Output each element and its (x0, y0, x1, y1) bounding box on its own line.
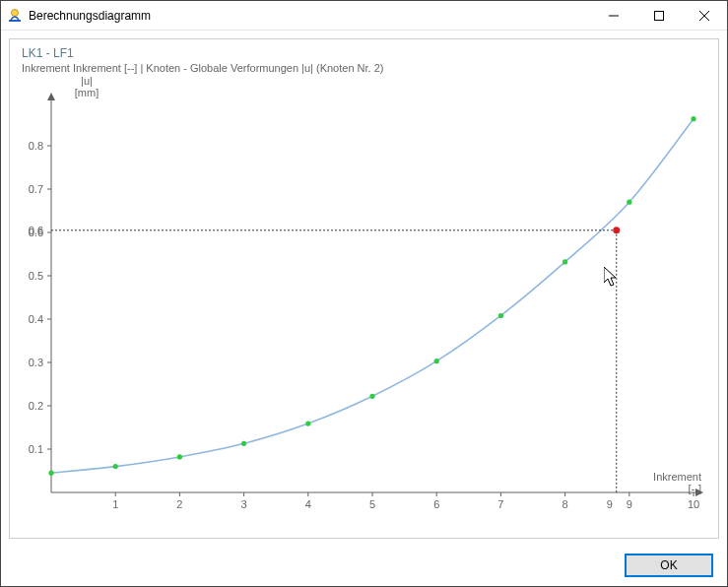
app-icon (7, 8, 23, 24)
minimize-icon (609, 11, 619, 21)
data-point (691, 116, 695, 121)
dialog-footer: OK (1, 545, 727, 586)
y-tick-label: 0.8 (29, 140, 43, 152)
x-tick-label: 2 (176, 498, 182, 510)
x-tick-label: 4 (305, 498, 311, 510)
ok-button[interactable]: OK (625, 554, 713, 577)
x-tick-label: 1 (112, 498, 118, 510)
data-point (627, 200, 631, 205)
close-icon (699, 11, 709, 21)
data-point (48, 471, 53, 476)
window-title: Berechnungsdiagramm (29, 9, 591, 23)
y-tick-label: 0.2 (29, 400, 43, 412)
y-axis-unit: [mm] (75, 87, 99, 98)
y-tick-label: 0.5 (29, 270, 43, 282)
svg-rect-3 (655, 11, 664, 20)
y-tick-label: 0.7 (29, 183, 43, 195)
data-point (498, 313, 503, 318)
y-tick-label: 0.4 (29, 313, 43, 325)
data-point (563, 259, 567, 264)
data-point (241, 441, 246, 446)
calculation-chart[interactable]: LK1 - LF1Inkrement Inkrement [--] | Knot… (10, 39, 718, 538)
y-axis-label: |u| (81, 75, 93, 87)
chart-panel: LK1 - LF1Inkrement Inkrement [--] | Knot… (9, 38, 719, 539)
svg-rect-1 (9, 20, 21, 22)
data-point (305, 421, 310, 425)
x-tick-label: 9 (627, 498, 632, 510)
window-frame: Berechnungsdiagramm LK1 - LF1Inkrement I… (0, 0, 728, 587)
marker-y-label: 0.6 (29, 225, 43, 236)
data-point (434, 359, 439, 363)
x-axis-label: Inkrement (653, 471, 701, 483)
titlebar: Berechnungsdiagramm (1, 1, 727, 31)
svg-point-0 (12, 9, 19, 16)
x-tick-label: 6 (433, 498, 439, 510)
close-button[interactable] (682, 1, 727, 30)
x-tick-label: 10 (688, 498, 699, 510)
x-tick-label: 7 (497, 498, 503, 510)
marker-x-label: 9 (607, 498, 613, 510)
y-tick-label: 0.1 (29, 443, 43, 455)
marker-point (613, 227, 620, 233)
minimize-button[interactable] (591, 1, 636, 30)
x-tick-label: 3 (241, 498, 247, 510)
y-tick-label: 0.3 (29, 357, 43, 368)
data-point (177, 454, 182, 459)
series-line (51, 119, 694, 473)
x-tick-label: 5 (369, 498, 375, 510)
data-point (113, 464, 118, 469)
maximize-icon (654, 11, 664, 21)
chart-subtitle: Inkrement Inkrement [--] | Knoten - Glob… (22, 62, 383, 74)
x-tick-label: 8 (563, 498, 568, 510)
maximize-button[interactable] (636, 1, 682, 30)
chart-title: LK1 - LF1 (22, 46, 74, 60)
data-point (369, 394, 374, 399)
